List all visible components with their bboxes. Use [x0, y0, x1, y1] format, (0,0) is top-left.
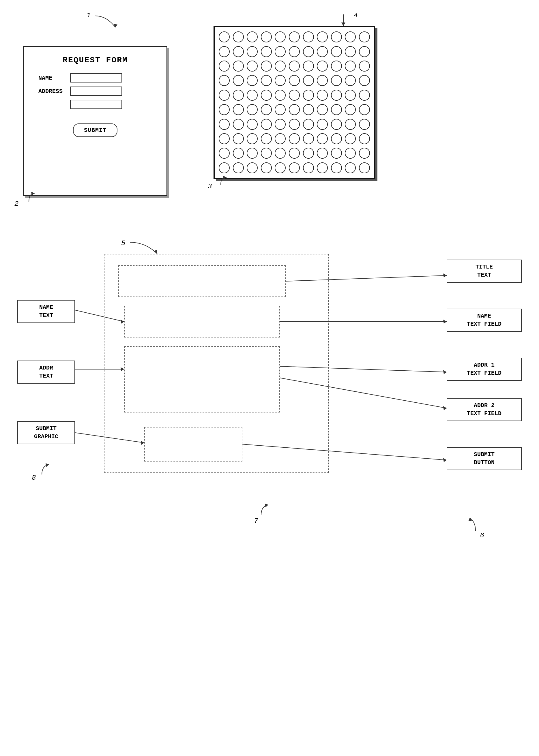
- circle-cell: [344, 59, 357, 73]
- circle-cell: [232, 74, 245, 87]
- submit-button-form[interactable]: SUBMIT: [73, 123, 117, 137]
- circle-cell: [246, 103, 259, 116]
- svg-marker-6: [265, 504, 269, 507]
- circle-cell: [302, 132, 315, 146]
- name-text-field-label: NAMETEXT FIELD: [447, 309, 522, 332]
- circle-cell: [330, 146, 343, 160]
- submit-area: SUBMIT: [36, 123, 155, 137]
- circle-cell: [260, 161, 273, 175]
- circle-cell: [232, 44, 245, 58]
- circle-cell: [357, 132, 371, 146]
- circle-cell: [330, 44, 343, 58]
- circle-cell: [357, 117, 371, 131]
- name-label: NAME: [38, 75, 70, 81]
- top-section: 1 REQUEST FORM NAME ADDRESS: [0, 0, 539, 213]
- circle-cell: [316, 74, 329, 87]
- circle-cell: [260, 103, 273, 116]
- circle-cell: [273, 74, 287, 87]
- svg-marker-2: [341, 23, 346, 26]
- circle-cell: [260, 74, 273, 87]
- circle-cell: [302, 30, 315, 44]
- circle-cell: [330, 132, 343, 146]
- svg-marker-3: [223, 176, 226, 179]
- circle-cell: [330, 74, 343, 87]
- arrow-7-svg: [260, 503, 283, 518]
- circle-cell: [357, 146, 371, 160]
- circle-cell: [357, 30, 371, 44]
- title-dashed-box: [118, 265, 286, 297]
- addr-text-label: ADDRTEXT: [17, 361, 75, 383]
- circle-cell: [260, 59, 273, 73]
- svg-marker-4: [154, 250, 157, 254]
- svg-marker-1: [31, 192, 35, 195]
- request-form-container: REQUEST FORM NAME ADDRESS SUBMIT: [23, 46, 167, 196]
- circle-cell: [218, 146, 231, 160]
- submit-dashed-box: [144, 427, 242, 461]
- circle-cell: [330, 59, 343, 73]
- circle-cell: [344, 44, 357, 58]
- circle-cell: [218, 59, 231, 73]
- arrow-4-svg: [335, 13, 352, 29]
- circle-cell: [316, 132, 329, 146]
- circle-cell: [357, 44, 371, 58]
- svg-marker-19: [443, 406, 447, 410]
- label-8: 8: [32, 474, 36, 482]
- circle-cell: [357, 161, 371, 175]
- circle-cell: [344, 146, 357, 160]
- circle-cell: [273, 44, 287, 58]
- name-input[interactable]: [70, 73, 122, 83]
- addr2-text-field-label: ADDR 2TEXT FIELD: [447, 398, 522, 421]
- circle-cell: [273, 59, 287, 73]
- circle-cell: [246, 117, 259, 131]
- circle-cell: [260, 117, 273, 131]
- circle-cell: [246, 88, 259, 102]
- circle-cell: [316, 59, 329, 73]
- svg-marker-18: [443, 370, 447, 374]
- circle-cell: [330, 30, 343, 44]
- circle-cell: [218, 103, 231, 116]
- circle-cell: [232, 161, 245, 175]
- request-form-box: REQUEST FORM NAME ADDRESS SUBMIT: [23, 46, 167, 196]
- circle-cell: [344, 74, 357, 87]
- circle-cell: [232, 59, 245, 73]
- form-fields: NAME ADDRESS: [38, 73, 155, 109]
- circle-cell: [330, 103, 343, 116]
- circle-cell: [218, 44, 231, 58]
- circle-cell: [330, 117, 343, 131]
- circle-cell: [330, 88, 343, 102]
- circle-cell: [344, 103, 357, 116]
- circle-cell: [232, 88, 245, 102]
- address-row: ADDRESS: [38, 87, 155, 96]
- arrow-6-svg: [458, 516, 481, 534]
- circle-cell: [218, 132, 231, 146]
- arrow-1-svg: [72, 13, 130, 36]
- name-text-label: NAMETEXT: [17, 300, 75, 323]
- circle-cell: [260, 44, 273, 58]
- addr-dashed-box: [124, 346, 280, 412]
- circle-cell: [232, 117, 245, 131]
- submit-button-label: SUBMITBUTTON: [447, 447, 522, 470]
- circle-cell: [302, 74, 315, 87]
- circle-cell: [302, 88, 315, 102]
- circle-cell: [288, 88, 301, 102]
- circle-cell: [316, 88, 329, 102]
- label-4: 4: [354, 12, 358, 19]
- addr1-text-field-label: ADDR 1TEXT FIELD: [447, 358, 522, 381]
- label-2: 2: [14, 200, 19, 208]
- circle-cell: [302, 103, 315, 116]
- circle-cell: [302, 59, 315, 73]
- address-input-1[interactable]: [70, 87, 122, 96]
- circle-cell: [302, 117, 315, 131]
- name-row: NAME: [38, 73, 155, 83]
- circle-cell: [232, 146, 245, 160]
- address-input-2[interactable]: [70, 100, 122, 109]
- circle-cell: [260, 146, 273, 160]
- circle-cell: [246, 30, 259, 44]
- label-1: 1: [87, 12, 91, 19]
- circle-cell: [232, 132, 245, 146]
- circle-cell: [246, 161, 259, 175]
- circle-cell: [344, 30, 357, 44]
- circle-cell: [288, 30, 301, 44]
- arrow-8-svg: [40, 463, 63, 477]
- circle-cell: [218, 161, 231, 175]
